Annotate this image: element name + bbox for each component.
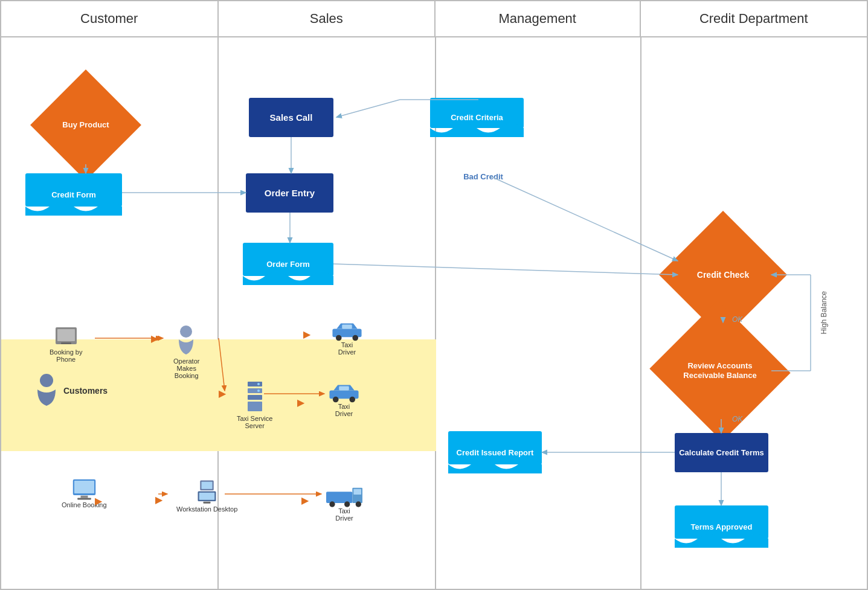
svg-rect-23 xyxy=(339,386,349,391)
svg-point-22 xyxy=(349,397,355,403)
review-accounts-diamond: Review Accounts Receivable Balance xyxy=(669,322,771,419)
customer-label: Customer xyxy=(80,11,138,27)
svg-rect-31 xyxy=(199,493,215,500)
svg-point-10 xyxy=(336,335,342,341)
workstation-figure: Workstation Desktop xyxy=(176,478,237,513)
taxi-driver-2-figure: Taxi Driver xyxy=(327,382,361,417)
svg-rect-12 xyxy=(342,325,352,329)
arrow-to-taxi-service: ▶ xyxy=(219,388,226,399)
svg-point-18 xyxy=(257,383,260,385)
svg-point-13 xyxy=(40,374,53,387)
lane-headers: Customer Sales Management Credit Departm… xyxy=(1,1,867,37)
svg-rect-35 xyxy=(353,489,361,495)
arrow-truck: ▶ xyxy=(301,495,309,506)
arrow-to-taxi1: ▶ xyxy=(303,329,310,340)
svg-rect-25 xyxy=(74,481,94,493)
svg-rect-26 xyxy=(80,496,88,498)
buy-product-diamond: Buy Product xyxy=(47,86,125,164)
ok-label-1: OK xyxy=(732,315,742,324)
svg-point-8 xyxy=(180,325,192,338)
arrow-phone-operator: ▶ xyxy=(151,333,158,344)
arrow-to-taxi2: ▶ xyxy=(297,397,304,408)
bad-credit-text: Bad Credit xyxy=(459,161,507,191)
svg-rect-17 xyxy=(248,402,262,411)
operator-figure: Operator Makes Booking xyxy=(173,324,199,379)
svg-rect-32 xyxy=(204,502,211,504)
svg-rect-15 xyxy=(248,388,262,393)
svg-rect-6 xyxy=(57,329,75,341)
svg-rect-16 xyxy=(248,395,262,400)
lane-header-sales: Sales xyxy=(219,1,436,36)
management-label: Management xyxy=(499,11,576,27)
calculate-credit-box: Calculate Credit Terms xyxy=(675,433,768,472)
taxi-driver-1-figure: Taxi Driver xyxy=(330,320,364,356)
svg-point-38 xyxy=(356,501,361,507)
svg-point-37 xyxy=(344,501,350,507)
taxi-service-server-figure: Taxi Service Server xyxy=(237,379,272,429)
svg-point-11 xyxy=(352,335,358,341)
credit-form-shape: Credit Form xyxy=(25,173,122,216)
credit-criteria-shape: Credit Criteria xyxy=(430,98,524,137)
svg-rect-14 xyxy=(248,382,262,386)
arrow-workstation: ▶ xyxy=(155,494,162,505)
svg-point-21 xyxy=(333,397,339,403)
customers-figure: Customers xyxy=(34,373,108,409)
svg-rect-7 xyxy=(61,342,71,344)
ok-label-2: OK xyxy=(732,415,742,423)
lane-header-credit: Credit Department xyxy=(641,1,867,36)
arrow-online: ▶ xyxy=(95,495,102,507)
svg-rect-27 xyxy=(77,498,91,500)
svg-point-36 xyxy=(329,501,335,507)
high-balance-label: High Balance xyxy=(820,291,828,334)
svg-point-19 xyxy=(257,390,260,392)
sales-call-box: Sales Call xyxy=(249,98,333,137)
credit-issued-shape: Credit Issued Report xyxy=(448,431,542,473)
order-form-shape: Order Form xyxy=(243,243,333,285)
order-entry-box: Order Entry xyxy=(246,173,333,213)
lane-header-customer: Customer xyxy=(1,1,219,36)
booking-phone-figure: Booking by Phone xyxy=(50,324,82,363)
terms-approved-shape: Terms Approved xyxy=(675,505,768,548)
credit-label: Credit Department xyxy=(699,11,808,27)
svg-rect-33 xyxy=(326,492,352,503)
taxi-driver-3-figure: Taxi Driver xyxy=(326,484,362,522)
diagram-container: Customer Sales Management Credit Departm… xyxy=(0,0,868,590)
sales-label: Sales xyxy=(310,11,343,27)
lane-header-management: Management xyxy=(436,1,641,36)
svg-rect-29 xyxy=(202,482,213,489)
lanes-body: Buy Product Credit Form Sales Call Order… xyxy=(1,37,867,590)
